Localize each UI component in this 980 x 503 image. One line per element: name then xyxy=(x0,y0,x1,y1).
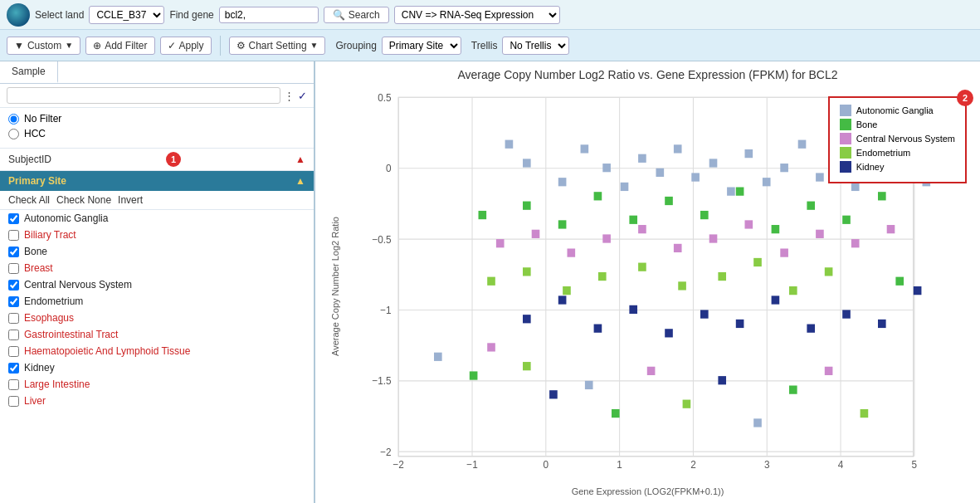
checkbox-kidney[interactable] xyxy=(8,363,19,374)
checkbox-label-biliary-tract[interactable]: Biliary Tract xyxy=(24,229,76,241)
svg-rect-50 xyxy=(479,211,487,219)
checkbox-breast[interactable] xyxy=(8,263,19,274)
gear-icon: ⚙ xyxy=(236,40,246,51)
main-layout: Sample ⋮ ✓ No Filter HCC SubjectID 1 ▲ P… xyxy=(0,61,980,503)
filter-options-row: Check All Check None Invert xyxy=(0,191,314,210)
list-item: Gastrointestinal Tract xyxy=(0,326,314,343)
svg-rect-68 xyxy=(709,234,718,242)
chart-setting-button[interactable]: ⚙ Chart Setting ▼ xyxy=(229,37,326,55)
svg-rect-66 xyxy=(638,225,646,233)
checkbox-central-nervous-system[interactable] xyxy=(8,280,19,291)
apply-button[interactable]: ✓ Apply xyxy=(160,37,212,55)
legend-item-autonomic: Autonomic Ganglia xyxy=(840,105,955,116)
tab-sample[interactable]: Sample xyxy=(0,61,58,83)
svg-rect-94 xyxy=(878,320,886,328)
svg-rect-85 xyxy=(558,295,567,304)
checkbox-label-large-intestine[interactable]: Large Intestine xyxy=(24,378,90,390)
svg-text:−1: −1 xyxy=(466,458,478,470)
svg-rect-41 xyxy=(745,149,753,158)
svg-rect-39 xyxy=(709,159,718,167)
legend-label-cns: Central Nervous System xyxy=(856,134,955,144)
checkbox-label-endometrium[interactable]: Endometrium xyxy=(24,295,83,307)
checkbox-biliary-tract[interactable] xyxy=(8,230,19,241)
svg-rect-70 xyxy=(780,248,788,256)
legend-item-kidney: Kidney xyxy=(840,161,955,173)
legend-color-kidney xyxy=(840,161,851,173)
cnv-dropdown[interactable]: CNV => RNA-Seq Expression xyxy=(394,6,560,24)
checkbox-label-kidney[interactable]: Kidney xyxy=(24,362,55,374)
grouping-dropdown[interactable]: Primary Site xyxy=(382,37,461,55)
more-options-icon[interactable]: ⋮ xyxy=(284,90,295,102)
primary-site-header[interactable]: Primary Site ▲ xyxy=(0,171,314,191)
checkbox-liver[interactable] xyxy=(8,396,19,407)
check-all-button[interactable]: Check All xyxy=(8,194,50,206)
svg-rect-79 xyxy=(678,281,686,290)
svg-rect-37 xyxy=(674,144,682,153)
svg-rect-89 xyxy=(700,310,709,318)
svg-rect-103 xyxy=(683,400,691,408)
svg-rect-36 xyxy=(656,168,665,177)
checkbox-label-gastrointestinal-tract[interactable]: Gastrointestinal Tract xyxy=(24,329,118,340)
primary-site-expand-icon: ▲ xyxy=(295,175,305,187)
radio-section: No Filter HCC xyxy=(0,108,314,149)
apply-label: Apply xyxy=(179,40,204,51)
list-item: Kidney xyxy=(0,359,314,376)
select-land-dropdown[interactable]: CCLE_B37 xyxy=(89,6,164,24)
svg-rect-81 xyxy=(753,258,762,266)
chart-panel: Average Copy Number Log2 Ratio vs. Gene … xyxy=(315,61,980,503)
filter-icon: ▼ xyxy=(14,40,24,51)
checkbox-bone[interactable] xyxy=(8,247,19,257)
confirm-icon[interactable]: ✓ xyxy=(298,90,307,102)
checkbox-label-bone[interactable]: Bone xyxy=(24,246,47,257)
checkbox-label-haematopoietic-and-lymphoid-tissue[interactable]: Haematopoietic And Lymphoid Tissue xyxy=(24,345,190,357)
legend-label-endo: Endometrium xyxy=(856,148,910,158)
svg-rect-92 xyxy=(807,325,815,333)
trellis-dropdown[interactable]: No Trellis xyxy=(502,37,569,55)
second-toolbar: ▼ Custom ▼ ⊕ Add Filter ✓ Apply ⚙ Chart … xyxy=(0,30,980,61)
checkbox-label-liver[interactable]: Liver xyxy=(24,395,46,407)
check-none-button[interactable]: Check None xyxy=(56,194,111,206)
select-land-label: Select land xyxy=(35,9,84,21)
svg-rect-62 xyxy=(496,239,505,247)
svg-rect-42 xyxy=(763,178,771,186)
svg-rect-31 xyxy=(558,178,567,186)
svg-rect-106 xyxy=(789,386,797,394)
checkbox-large-intestine[interactable] xyxy=(8,379,19,390)
toolbar-separator xyxy=(220,36,221,56)
svg-rect-95 xyxy=(434,353,442,361)
svg-text:2: 2 xyxy=(690,458,696,470)
checkbox-label-breast[interactable]: Breast xyxy=(24,262,53,274)
checkbox-gastrointestinal-tract[interactable] xyxy=(8,330,19,340)
svg-rect-67 xyxy=(674,244,682,252)
checkbox-label-central-nervous-system[interactable]: Central Nervous System xyxy=(24,279,132,291)
legend-color-bone xyxy=(840,119,851,130)
svg-rect-63 xyxy=(532,230,540,238)
hcc-label[interactable]: HCC xyxy=(24,128,46,139)
find-gene-input[interactable] xyxy=(219,7,319,23)
svg-rect-58 xyxy=(772,225,780,233)
hcc-radio[interactable] xyxy=(8,129,19,139)
no-filter-radio[interactable] xyxy=(8,114,19,125)
x-axis-label: Gene Expression (LOG2(FPKM+0.1)) xyxy=(329,486,967,496)
svg-rect-99 xyxy=(549,390,558,398)
svg-rect-32 xyxy=(581,144,589,153)
checkbox-esophagus[interactable] xyxy=(8,313,19,324)
add-filter-button[interactable]: ⊕ Add Filter xyxy=(85,37,154,55)
svg-rect-33 xyxy=(602,164,611,172)
filter-input[interactable] xyxy=(7,87,280,104)
checkbox-label-autonomic-ganglia[interactable]: Autonomic Ganglia xyxy=(24,212,108,224)
svg-rect-90 xyxy=(736,320,744,328)
no-filter-label[interactable]: No Filter xyxy=(24,113,61,125)
checkbox-endometrium[interactable] xyxy=(8,296,19,307)
list-item: Liver xyxy=(0,393,314,409)
checkbox-autonomic-ganglia[interactable] xyxy=(8,213,19,224)
search-button[interactable]: 🔍 Search xyxy=(324,7,389,23)
list-item: Esophagus xyxy=(0,310,314,326)
invert-button[interactable]: Invert xyxy=(118,194,143,206)
legend-label-kidney: Kidney xyxy=(856,162,885,172)
svg-text:−1: −1 xyxy=(380,305,392,316)
custom-button[interactable]: ▼ Custom ▼ xyxy=(7,37,80,55)
svg-rect-45 xyxy=(816,173,824,181)
checkbox-label-esophagus[interactable]: Esophagus xyxy=(24,312,74,324)
checkbox-haematopoietic-and-lymphoid-tissue[interactable] xyxy=(8,346,19,357)
